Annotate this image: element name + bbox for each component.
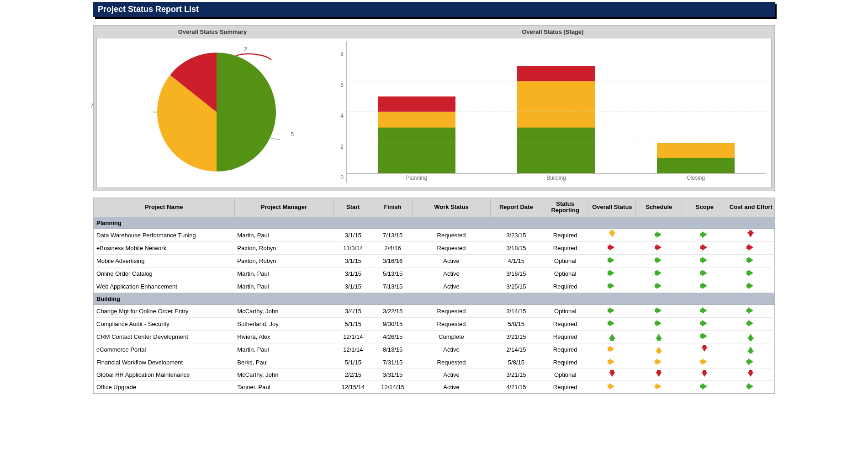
cell-reporting: Required xyxy=(542,330,588,343)
cell-pm: Tanner, Paul xyxy=(234,380,333,393)
x-label: Building xyxy=(517,175,595,183)
arrow-up-icon xyxy=(747,347,754,352)
cell-report: 5/8/15 xyxy=(490,317,542,330)
cell-work: Active xyxy=(413,280,490,293)
cell-start: 5/1/15 xyxy=(333,356,373,369)
cell-report: 3/16/15 xyxy=(490,267,542,280)
cell-finish: 7/13/15 xyxy=(373,229,413,241)
col-header[interactable]: Scope xyxy=(682,198,727,217)
arrow-right-icon xyxy=(609,283,614,289)
arrow-right-icon xyxy=(748,270,753,276)
cell-pm: Paxton, Robyn xyxy=(234,254,333,267)
cell-name: Mobile Advertising xyxy=(94,254,235,267)
table-row[interactable]: Compliance Audit - SecuritySutherland, J… xyxy=(94,317,775,330)
arrow-right-icon xyxy=(609,346,614,352)
cell-work: Active xyxy=(413,343,490,356)
bar-segment-yellow xyxy=(378,112,455,128)
cell-reporting: Required xyxy=(542,343,588,356)
table-row[interactable]: Global HR Application MaintenanceMcCarth… xyxy=(94,369,775,380)
cell-finish: 3/16/16 xyxy=(373,254,413,267)
cell-name: Office Upgrade xyxy=(94,380,235,393)
x-label: Closing xyxy=(657,175,735,183)
arrow-right-icon xyxy=(748,383,753,390)
cell-name: eBusiness Mobile Network xyxy=(94,241,235,254)
cell-work: Requested xyxy=(413,305,490,317)
cell-reporting: Optional xyxy=(542,305,588,317)
arrow-down-icon xyxy=(747,372,754,377)
table-row[interactable]: eBusiness Mobile NetworkPaxton, Robyn11/… xyxy=(94,241,775,254)
arrow-right-icon xyxy=(656,307,662,314)
arrow-right-icon xyxy=(702,231,707,238)
group-row[interactable]: Building xyxy=(94,293,775,305)
arrow-right-icon xyxy=(609,358,614,365)
cell-report: 4/21/15 xyxy=(490,380,542,393)
col-header[interactable]: Overall Status xyxy=(588,198,636,217)
arrow-right-icon xyxy=(702,320,707,326)
cell-start: 3/1/15 xyxy=(333,254,373,267)
col-header[interactable]: Report Date xyxy=(490,198,542,217)
table-row[interactable]: eCommerce PortalMartin, Paul12/1/148/13/… xyxy=(94,343,775,356)
table-row[interactable]: CRM Contact Center DevelopmentRiviera, A… xyxy=(94,330,775,343)
cell-finish: 8/13/15 xyxy=(373,343,413,356)
cell-pm: Riviera, Alex xyxy=(234,330,333,343)
arrow-down-icon xyxy=(701,347,708,352)
cell-start: 11/3/14 xyxy=(333,241,373,254)
arrow-right-icon xyxy=(609,270,614,276)
col-header[interactable]: Project Name xyxy=(94,198,235,217)
arrow-up-icon xyxy=(656,334,662,339)
cell-pm: Berks, Paul xyxy=(234,356,333,369)
y-tick: 4 xyxy=(340,112,344,119)
page-title: Project Status Report List xyxy=(93,2,775,17)
col-header[interactable]: Status Reporting xyxy=(542,198,588,217)
cell-name: Data Warehouse Performance Tuning xyxy=(94,229,235,241)
cell-finish: 7/31/15 xyxy=(373,356,413,369)
arrow-right-icon xyxy=(748,244,753,251)
cell-finish: 4/26/15 xyxy=(373,330,413,343)
arrow-right-icon xyxy=(656,358,662,365)
col-header[interactable]: Finish xyxy=(373,198,413,217)
cell-name: Compliance Audit - Security xyxy=(94,317,235,330)
arrow-right-icon xyxy=(656,283,662,289)
bar-segment-green xyxy=(378,128,455,174)
cell-work: Active xyxy=(413,267,490,280)
y-tick: 0 xyxy=(340,174,344,181)
cell-report: 3/18/15 xyxy=(490,241,542,254)
group-row[interactable]: Planning xyxy=(94,217,775,229)
bar-segment-yellow xyxy=(657,143,735,159)
arrow-up-icon xyxy=(656,347,662,352)
cell-name: Financial Workflow Development xyxy=(94,356,235,369)
cell-pm: Martin, Paul xyxy=(234,343,333,356)
table-row[interactable]: Online Order CatalogMartin, Paul3/1/155/… xyxy=(94,267,775,280)
table-row[interactable]: Office UpgradeTanner, Paul12/15/1412/14/… xyxy=(94,380,775,393)
col-header[interactable]: Project Manager xyxy=(234,198,333,217)
cell-name: eCommerce Portal xyxy=(94,343,235,356)
arrow-right-icon xyxy=(609,383,614,390)
cell-work: Requested xyxy=(413,356,490,369)
cell-reporting: Required xyxy=(542,356,588,369)
table-row[interactable]: Financial Workflow DevelopmentBerks, Pau… xyxy=(94,356,775,369)
table-row[interactable]: Web Application EnhancementMartin, Paul3… xyxy=(94,280,775,293)
arrow-right-icon xyxy=(702,270,707,276)
y-tick: 8 xyxy=(340,51,344,57)
col-header[interactable]: Start xyxy=(333,198,373,217)
arrow-right-icon xyxy=(748,358,753,365)
bar-segment-green xyxy=(517,128,595,174)
cell-start: 5/1/15 xyxy=(333,317,373,330)
arrow-right-icon xyxy=(609,244,614,251)
table-row[interactable]: Data Warehouse Performance TuningMartin,… xyxy=(94,229,775,241)
arrow-right-icon xyxy=(702,257,707,263)
cell-pm: Martin, Paul xyxy=(234,267,333,280)
grid-line xyxy=(347,50,766,50)
arrow-right-icon xyxy=(656,231,662,238)
cell-pm: McCarthy, John xyxy=(234,369,333,380)
col-header[interactable]: Cost and Effort xyxy=(727,198,775,217)
cell-start: 12/1/14 xyxy=(333,343,373,356)
cell-report: 2/14/15 xyxy=(490,343,542,356)
pie-label-red: 2 xyxy=(244,46,247,53)
project-table: Project NameProject ManagerStartFinishWo… xyxy=(93,198,775,394)
table-row[interactable]: Change Mgt for Online Order EntryMcCarth… xyxy=(94,305,775,317)
col-header[interactable]: Schedule xyxy=(636,198,682,217)
cell-finish: 5/13/15 xyxy=(373,267,413,280)
table-row[interactable]: Mobile AdvertisingPaxton, Robyn3/1/153/1… xyxy=(94,254,775,267)
col-header[interactable]: Work Status xyxy=(413,198,490,217)
